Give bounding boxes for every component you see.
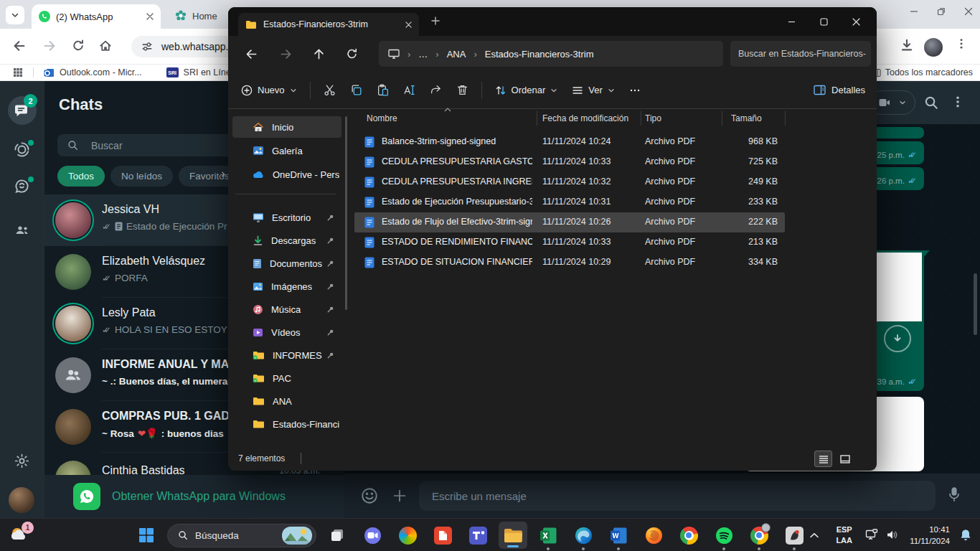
app-chrome-profile[interactable] <box>745 519 773 551</box>
details-view-toggle[interactable] <box>814 451 832 467</box>
sidebar-item-videos[interactable]: Vídeos <box>232 321 341 343</box>
view-button[interactable]: Ver <box>565 77 622 103</box>
reload-icon[interactable] <box>72 39 85 52</box>
forward-icon[interactable] <box>43 39 56 52</box>
sidebar-item-informes[interactable]: INFORMES <box>232 344 341 366</box>
apps-grid-icon[interactable] <box>13 67 23 77</box>
nav-back-icon[interactable] <box>245 48 258 60</box>
restore-button[interactable] <box>937 7 946 16</box>
paste-icon[interactable] <box>369 77 396 103</box>
tab-close-icon[interactable] <box>405 22 412 28</box>
column-nombre[interactable]: Nombre <box>367 113 397 123</box>
file-row[interactable]: ESTADO DE RENDIMIENTO FINANCIERO-... 11/… <box>354 232 785 253</box>
browser-menu-icon[interactable] <box>956 38 967 50</box>
copy-icon[interactable] <box>343 77 369 103</box>
explorer-tab[interactable]: Estados-Financieros-3trim <box>238 13 419 36</box>
site-settings-icon[interactable] <box>141 41 153 52</box>
delete-icon[interactable] <box>449 77 476 103</box>
breadcrumb-ellipsis[interactable]: … <box>418 49 428 60</box>
conversation-search-icon[interactable] <box>924 95 938 110</box>
chat-avatar[interactable] <box>55 306 91 342</box>
explorer-search-input[interactable]: Buscar en Estados-Financieros- <box>730 41 871 67</box>
app-chat[interactable] <box>358 519 387 551</box>
file-row-selected[interactable]: Estado de Flujo del Efectivo-3trim-signe… <box>354 212 785 232</box>
communities-icon[interactable] <box>14 222 31 239</box>
language-indicator[interactable]: ESPLAA <box>836 524 852 546</box>
conversation-menu-icon[interactable] <box>951 95 964 108</box>
user-avatar[interactable] <box>9 487 34 513</box>
app-chrome[interactable] <box>674 519 703 551</box>
group-avatar[interactable] <box>55 357 91 393</box>
share-icon[interactable] <box>423 77 449 103</box>
sidebar-item-galeria[interactable]: Galería <box>232 140 341 161</box>
clock[interactable]: 10:4111/11/2024 <box>910 524 950 547</box>
breadcrumb-current[interactable]: Estados-Financieros-3trim <box>485 49 594 60</box>
new-button[interactable]: Nuevo <box>234 77 304 103</box>
column-divider[interactable] <box>785 111 786 126</box>
chat-avatar[interactable] <box>55 254 91 290</box>
more-options-icon[interactable] <box>622 77 648 103</box>
minimize-button[interactable] <box>910 7 918 16</box>
download-button[interactable] <box>884 325 911 352</box>
file-row[interactable]: CEDULA PRESUPUESTARIA GASTOS-3TRI... 11/… <box>354 152 785 172</box>
app-edge[interactable] <box>569 519 598 551</box>
breadcrumb-ana[interactable]: ANA <box>447 49 466 60</box>
close-button[interactable] <box>840 7 872 36</box>
details-button[interactable]: Detalles <box>814 85 865 95</box>
sidebar-scrollbar[interactable] <box>345 116 347 310</box>
file-row[interactable]: CEDULA PRESUPUESTARIA INGRESO-3TRI... 11… <box>354 172 785 192</box>
filter-no-leidos[interactable]: No leídos <box>110 166 173 187</box>
expand-chevron-icon[interactable] <box>220 171 227 178</box>
tray-overflow-chevron[interactable] <box>809 532 819 539</box>
back-icon[interactable] <box>13 39 26 52</box>
tab-whatsapp[interactable]: (2) WhatsApp <box>32 4 161 29</box>
bookmark-outlook[interactable]: Outlook.com - Micr... <box>44 67 142 78</box>
sidebar-item-musica[interactable]: Música <box>232 298 341 320</box>
settings-gear-icon[interactable] <box>14 453 30 469</box>
large-icons-view-toggle[interactable] <box>836 451 854 467</box>
tab-close-icon[interactable] <box>146 13 154 20</box>
sidebar-item-estados-financieros[interactable]: Estados-Financi <box>232 413 341 435</box>
profile-avatar[interactable] <box>924 38 943 57</box>
app-word[interactable] <box>604 519 633 551</box>
network-icon[interactable] <box>865 529 878 540</box>
column-tipo[interactable]: Tipo <box>645 113 661 123</box>
nav-refresh-icon[interactable] <box>346 48 358 60</box>
emoji-icon[interactable] <box>360 486 379 505</box>
sidebar-item-imagenes[interactable]: Imágenes <box>232 276 341 297</box>
download-icon[interactable] <box>900 38 914 52</box>
all-bookmarks-button[interactable]: Todos los marcadores <box>872 67 980 77</box>
maximize-button[interactable] <box>808 7 840 36</box>
file-row[interactable]: ESTADO DE SITUACION FINANCIERA-3tri... 1… <box>354 253 785 273</box>
channels-icon[interactable] <box>14 178 30 194</box>
minimize-button[interactable] <box>776 7 808 36</box>
app-copilot[interactable] <box>393 519 422 551</box>
sidebar-item-inicio[interactable]: Inicio <box>232 116 341 138</box>
cut-icon[interactable] <box>316 77 343 103</box>
sidebar-item-descargas[interactable]: Descargas <box>232 230 341 251</box>
sidebar-item-onedrive[interactable]: OneDrive - Pers <box>232 164 341 185</box>
taskbar-search[interactable]: Búsqueda <box>167 524 316 547</box>
app-pdf[interactable] <box>428 519 457 551</box>
sidebar-item-ana[interactable]: ANA <box>232 390 341 412</box>
app-spotify[interactable] <box>710 519 738 551</box>
start-button[interactable] <box>132 519 161 551</box>
column-tamano[interactable]: Tamaño <box>731 113 762 123</box>
message-input[interactable]: Escribe un mensaje <box>419 481 936 511</box>
column-fecha[interactable]: Fecha de modificación <box>542 113 628 123</box>
conversation-scrollbar[interactable] <box>974 273 977 335</box>
nav-forward-icon[interactable] <box>280 48 292 60</box>
breadcrumb[interactable]: › … › ANA › Estados-Financieros-3trim <box>379 41 723 67</box>
app-file-explorer[interactable] <box>499 522 527 549</box>
task-view-button[interactable] <box>323 519 352 551</box>
mic-icon[interactable] <box>946 486 963 503</box>
tab-search-button[interactable] <box>6 6 24 24</box>
app-firefox[interactable] <box>639 519 668 551</box>
chat-avatar[interactable] <box>55 202 91 238</box>
sidebar-item-documentos[interactable]: Documentos <box>232 253 341 274</box>
app-excel[interactable] <box>534 519 562 551</box>
sort-button[interactable]: Ordenar <box>488 77 565 103</box>
nav-up-icon[interactable] <box>313 48 325 60</box>
chat-avatar[interactable] <box>55 409 91 445</box>
app-utility[interactable] <box>780 519 809 551</box>
